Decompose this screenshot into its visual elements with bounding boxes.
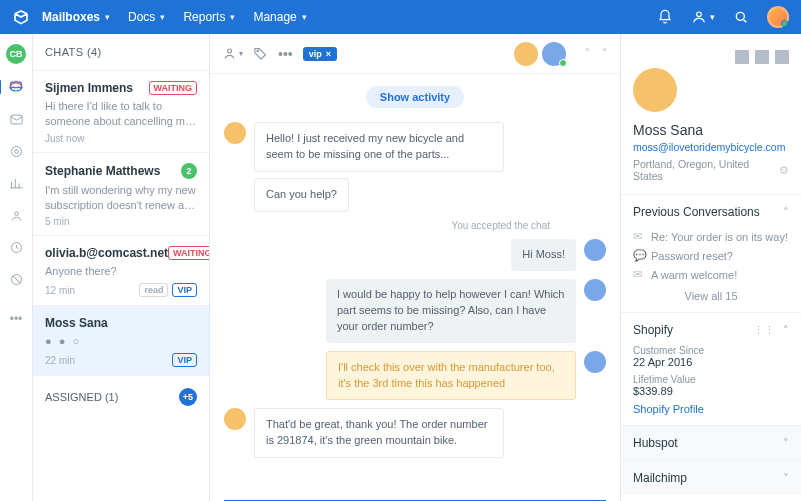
prev-convo-item[interactable]: ✉A warm welcome! (633, 265, 789, 284)
svg-point-8 (228, 49, 232, 53)
chevron-down-icon: ˅ (783, 472, 789, 485)
chat-name: Moss Sana (45, 316, 108, 330)
chats-icon[interactable] (7, 78, 25, 96)
chevron-up-icon: ˄ (783, 324, 789, 337)
chevron-down-icon: ▾ (105, 12, 110, 22)
chevron-down-icon: ˅ (783, 437, 789, 450)
show-activity-button[interactable]: Show activity (366, 86, 464, 108)
vip-badge: VIP (172, 283, 197, 297)
agent-avatar-icon (584, 351, 606, 373)
agent-avatar-icon (584, 279, 606, 301)
app-logo-icon[interactable] (12, 8, 30, 26)
left-rail: CB ••• (0, 34, 33, 501)
inbox-icon[interactable] (7, 110, 25, 128)
message-bubble: Hello! I just received my new bicycle an… (254, 122, 504, 172)
search-icon[interactable] (733, 9, 749, 25)
field-label: Lifetime Value (633, 374, 789, 385)
prev-convo-item[interactable]: 💬Password reset? (633, 246, 789, 265)
assign-icon[interactable]: ▾ (222, 46, 243, 61)
nav-mailboxes[interactable]: Mailboxes▾ (42, 10, 110, 24)
svg-point-1 (736, 12, 744, 20)
chevron-down-icon[interactable]: ˅ (601, 46, 608, 62)
hubspot-header[interactable]: Hubspot˅ (633, 436, 789, 450)
mailchimp-header[interactable]: Mailchimp˅ (633, 471, 789, 485)
chat-item[interactable]: Stephanie Matthews2 I'm still wondering … (33, 152, 209, 236)
participant-avatar[interactable] (542, 42, 566, 66)
chat-icon: 💬 (633, 249, 645, 262)
chat-name: Stephanie Matthews (45, 164, 160, 178)
chevron-down-icon: ▾ (230, 12, 235, 22)
customer-name: Moss Sana (633, 122, 789, 138)
tag-icon[interactable] (253, 46, 268, 61)
chat-item[interactable]: Sijmen ImmensWAITING Hi there I'd like t… (33, 70, 209, 152)
remove-icon[interactable]: × (326, 49, 331, 59)
message-bubble: I would be happy to help however I can! … (326, 279, 576, 343)
typing-indicator-icon: ● ● ○ (45, 334, 197, 349)
gear-icon[interactable]: ⚙ (779, 164, 789, 176)
message-bubble: That'd be great, thank you! The order nu… (254, 408, 504, 458)
more-icon[interactable]: ••• (7, 310, 25, 328)
note-bubble: I'll check this over with the manufactur… (326, 351, 576, 401)
chevron-down-icon: ▾ (302, 12, 307, 22)
twitter-icon[interactable] (775, 50, 789, 64)
facebook-icon[interactable] (755, 50, 769, 64)
vip-chip[interactable]: vip× (303, 47, 337, 61)
assigned-header[interactable]: ASSIGNED (1) +5 (33, 375, 209, 418)
message-icon[interactable] (735, 50, 749, 64)
svg-point-0 (697, 12, 702, 17)
customer-email[interactable]: moss@ilovetoridemybicycle.com (633, 141, 789, 153)
drag-icon[interactable]: ⋮⋮ (753, 324, 775, 337)
svg-rect-2 (10, 115, 21, 124)
mail-icon: ✉ (633, 268, 645, 281)
field-value: $339.89 (633, 385, 789, 397)
message-bubble: Hi Moss! (511, 239, 576, 271)
unread-count: 2 (181, 163, 197, 179)
chat-time: 12 min (45, 285, 75, 296)
view-all-link[interactable]: View all 15 (633, 284, 789, 302)
chat-time: 22 min (45, 355, 75, 366)
chat-preview: Anyone there? (45, 264, 197, 279)
chat-time: Just now (45, 133, 84, 144)
convo-toolbar: ▾ ••• vip× ˄ ˅ (210, 34, 620, 74)
nav-reports[interactable]: Reports▾ (183, 10, 235, 24)
workspace-badge[interactable]: CB (6, 44, 26, 64)
vip-badge: VIP (172, 353, 197, 367)
assigned-count-badge: +5 (179, 388, 197, 406)
nav-docs[interactable]: Docs▾ (128, 10, 165, 24)
profile-icon[interactable]: ▾ (691, 9, 715, 25)
nav-manage[interactable]: Manage▾ (253, 10, 306, 24)
chat-time: 5 min (45, 216, 69, 227)
shopify-profile-link[interactable]: Shopify Profile (633, 403, 789, 415)
message-bubble: Can you help? (254, 178, 349, 212)
waiting-badge: WAITING (168, 246, 210, 260)
waiting-badge: WAITING (149, 81, 198, 95)
prev-convo-header[interactable]: Previous Conversations˄ (633, 205, 789, 219)
prev-convo-item[interactable]: ✉Re: Your order is on its way! (633, 227, 789, 246)
chevron-up-icon[interactable]: ˄ (584, 46, 591, 62)
chat-item[interactable]: Moss Sana ● ● ○ 22 minVIP (33, 305, 209, 375)
status-dot-icon (781, 20, 788, 27)
chevron-up-icon: ˄ (783, 206, 789, 219)
svg-point-4 (14, 149, 18, 153)
reports-icon[interactable] (7, 174, 25, 192)
bell-icon[interactable] (657, 9, 673, 25)
clock-icon[interactable] (7, 238, 25, 256)
mail-icon: ✉ (633, 230, 645, 243)
customer-location: Portland, Oregon, United States (633, 158, 779, 182)
shopify-header[interactable]: Shopify⋮⋮˄ (633, 323, 789, 337)
customer-avatar-icon (224, 408, 246, 430)
more-icon[interactable]: ••• (278, 46, 293, 62)
user-avatar[interactable] (767, 6, 789, 28)
tag-icon[interactable] (7, 142, 25, 160)
chevron-down-icon: ▾ (160, 12, 165, 22)
participant-avatar[interactable] (514, 42, 538, 66)
svg-point-9 (257, 50, 259, 52)
chat-preview: I'm still wondering why my new subscript… (45, 183, 197, 213)
top-nav: Mailboxes▾ Docs▾ Reports▾ Manage▾ ▾ (0, 0, 801, 34)
chat-item[interactable]: olivia.b@comcast.netWAITING Anyone there… (33, 235, 209, 305)
people-icon[interactable] (7, 206, 25, 224)
block-icon[interactable] (7, 270, 25, 288)
chat-name: olivia.b@comcast.net (45, 246, 168, 260)
status-dot-icon (559, 59, 567, 67)
chats-header: CHATS (4) (33, 34, 209, 70)
